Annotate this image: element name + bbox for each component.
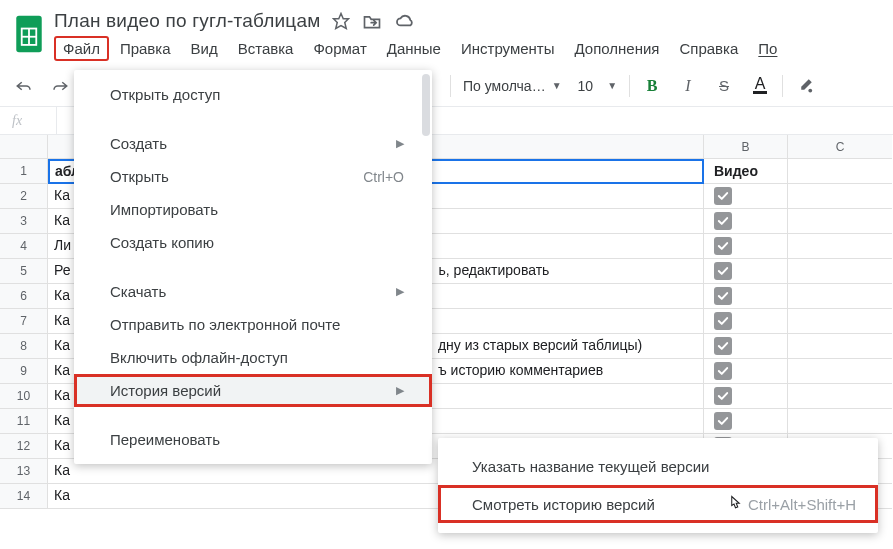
- row-header[interactable]: 13: [0, 459, 48, 484]
- cell[interactable]: [704, 234, 788, 259]
- cell[interactable]: [788, 259, 892, 284]
- font-select[interactable]: По умолча…▼: [459, 78, 566, 94]
- menu-item[interactable]: Создать копию: [74, 226, 432, 259]
- menu-item[interactable]: Переименовать: [74, 423, 432, 456]
- row-header[interactable]: 9: [0, 359, 48, 384]
- chevron-right-icon: ▶: [396, 285, 404, 298]
- row-header[interactable]: 11: [0, 409, 48, 434]
- cell[interactable]: [704, 384, 788, 409]
- submenu-item[interactable]: Смотреть историю версийCtrl+Alt+Shift+H: [438, 485, 878, 523]
- menu-item[interactable]: Импортировать: [74, 193, 432, 226]
- row-header[interactable]: 5: [0, 259, 48, 284]
- cell[interactable]: [788, 384, 892, 409]
- cell[interactable]: [788, 309, 892, 334]
- row-header[interactable]: 4: [0, 234, 48, 259]
- checkbox-checked-icon[interactable]: [714, 262, 732, 280]
- bold-button[interactable]: B: [638, 72, 666, 100]
- checkbox-checked-icon[interactable]: [714, 387, 732, 405]
- row-header[interactable]: 12: [0, 434, 48, 459]
- menu-item-label: Импортировать: [110, 201, 218, 218]
- row-header[interactable]: 14: [0, 484, 48, 509]
- menu-view[interactable]: Вид: [182, 36, 227, 61]
- cell[interactable]: [788, 184, 892, 209]
- svg-point-5: [808, 88, 812, 92]
- cell[interactable]: [704, 209, 788, 234]
- menu-item-label: Создать: [110, 135, 167, 152]
- cell[interactable]: [704, 359, 788, 384]
- textcolor-button[interactable]: A: [746, 72, 774, 100]
- checkbox-checked-icon[interactable]: [714, 412, 732, 430]
- fx-label: fx: [12, 113, 22, 129]
- checkbox-checked-icon[interactable]: [714, 237, 732, 255]
- menu-edit[interactable]: Правка: [111, 36, 180, 61]
- cell[interactable]: [788, 409, 892, 434]
- menu-item[interactable]: Открыть доступ: [74, 78, 432, 111]
- select-all-corner[interactable]: [0, 135, 48, 159]
- menu-item-label: Открыть доступ: [110, 86, 220, 103]
- row-header[interactable]: 2: [0, 184, 48, 209]
- italic-button[interactable]: I: [674, 72, 702, 100]
- menu-help[interactable]: Справка: [670, 36, 747, 61]
- chevron-right-icon: ▶: [396, 137, 404, 150]
- move-icon[interactable]: [362, 12, 382, 30]
- checkbox-checked-icon[interactable]: [714, 287, 732, 305]
- star-icon[interactable]: [332, 12, 350, 30]
- checkbox-checked-icon[interactable]: [714, 212, 732, 230]
- row-header[interactable]: 6: [0, 284, 48, 309]
- cell[interactable]: [704, 284, 788, 309]
- undo-button[interactable]: [10, 72, 38, 100]
- cell[interactable]: [788, 334, 892, 359]
- strike-button[interactable]: S: [710, 72, 738, 100]
- row-header[interactable]: 10: [0, 384, 48, 409]
- fontsize-label: 10: [578, 78, 594, 94]
- cell[interactable]: [704, 259, 788, 284]
- cell[interactable]: [788, 159, 892, 184]
- doc-title[interactable]: План видео по гугл-таблицам: [54, 10, 320, 32]
- submenu-item[interactable]: Указать название текущей версии: [438, 448, 878, 485]
- menu-scrollbar[interactable]: [422, 74, 430, 460]
- checkbox-checked-icon[interactable]: [714, 337, 732, 355]
- menu-format[interactable]: Формат: [304, 36, 375, 61]
- app-logo[interactable]: [10, 8, 48, 56]
- menu-insert[interactable]: Вставка: [229, 36, 303, 61]
- cell[interactable]: [704, 409, 788, 434]
- file-menu-dropdown: Открыть доступСоздать▶ОткрытьCtrl+OИмпор…: [74, 70, 432, 464]
- col-header-c[interactable]: C: [788, 135, 892, 159]
- cell[interactable]: [704, 184, 788, 209]
- menu-item[interactable]: История версий▶: [74, 374, 432, 407]
- cloud-icon[interactable]: [394, 13, 416, 29]
- menu-addons[interactable]: Дополнения: [566, 36, 669, 61]
- chevron-right-icon: ▶: [396, 384, 404, 397]
- fontsize-select[interactable]: 10▼: [574, 78, 621, 94]
- menu-item-label: Переименовать: [110, 431, 220, 448]
- menu-item-label: История версий: [110, 382, 221, 399]
- row-header[interactable]: 1: [0, 159, 48, 184]
- menu-item[interactable]: Скачать▶: [74, 275, 432, 308]
- checkbox-checked-icon[interactable]: [714, 312, 732, 330]
- cell[interactable]: [788, 284, 892, 309]
- cell[interactable]: [788, 359, 892, 384]
- menu-item[interactable]: ОткрытьCtrl+O: [74, 160, 432, 193]
- row-header[interactable]: 3: [0, 209, 48, 234]
- cell[interactable]: [704, 334, 788, 359]
- menu-data[interactable]: Данные: [378, 36, 450, 61]
- fillcolor-button[interactable]: [791, 72, 819, 100]
- menu-tools[interactable]: Инструменты: [452, 36, 564, 61]
- menu-extra[interactable]: По: [749, 36, 786, 61]
- menu-item[interactable]: Отправить по электронной почте: [74, 308, 432, 341]
- cell[interactable]: [788, 234, 892, 259]
- menu-item[interactable]: Включить офлайн-доступ: [74, 341, 432, 374]
- checkbox-checked-icon[interactable]: [714, 362, 732, 380]
- row-header[interactable]: 8: [0, 334, 48, 359]
- checkbox-checked-icon[interactable]: [714, 187, 732, 205]
- col-header-b[interactable]: B: [704, 135, 788, 159]
- menu-file[interactable]: Файл: [54, 36, 109, 61]
- cell[interactable]: [788, 209, 892, 234]
- redo-button[interactable]: [46, 72, 74, 100]
- menu-item[interactable]: Создать▶: [74, 127, 432, 160]
- row-header[interactable]: 7: [0, 309, 48, 334]
- cell[interactable]: Видео: [704, 159, 788, 184]
- menu-item-label: Отправить по электронной почте: [110, 316, 340, 333]
- cell[interactable]: [704, 309, 788, 334]
- menubar: Файл Правка Вид Вставка Формат Данные Ин…: [54, 36, 883, 61]
